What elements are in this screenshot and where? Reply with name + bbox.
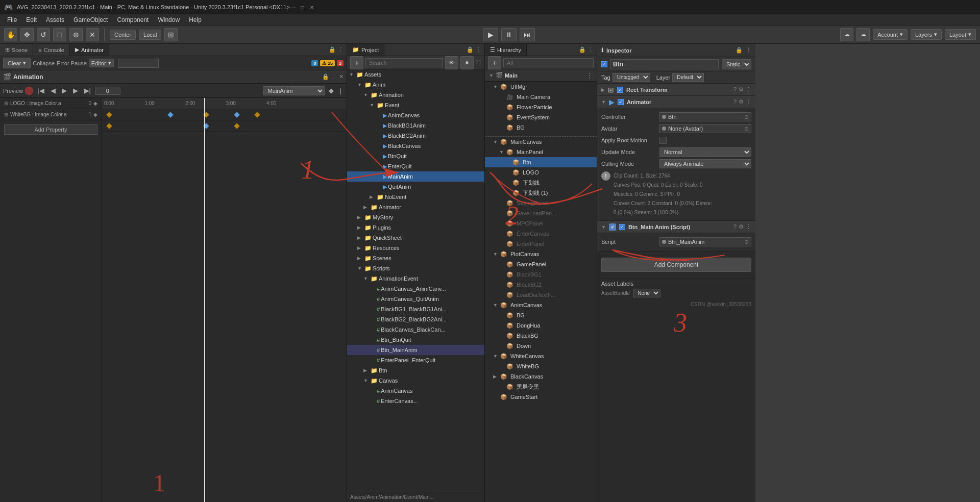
culling-mode-dropdown[interactable]: Always Animate (659, 159, 751, 168)
hier-xhx1[interactable]: 📦 下划线 (1) (485, 188, 597, 198)
step-button[interactable]: ⏭ (520, 28, 535, 41)
lock-panel-button[interactable]: 🔒 (329, 46, 336, 53)
hier-animcanvas[interactable]: ▼ 📦 AnimCanvas (485, 300, 597, 310)
maximize-button[interactable]: □ (299, 4, 306, 11)
hierarchy-search-input[interactable] (503, 58, 594, 67)
hier-saveloadpanel[interactable]: 📦 SaveLoadPan... (485, 208, 597, 218)
tree-enterpanel-script[interactable]: # EnterPanel_EnterQuit (347, 355, 484, 365)
center-toggle[interactable]: Center (110, 30, 136, 40)
menu-window[interactable]: Window (154, 15, 184, 24)
keyframe-1[interactable] (106, 112, 112, 117)
hier-btn[interactable]: 📦 Btn (485, 157, 597, 167)
tool-move[interactable]: ✥ (20, 28, 34, 41)
tree-blackcanvas-script[interactable]: # BlackCanvas_BlackCan... (347, 324, 484, 335)
add-property-button[interactable]: Add Property (4, 124, 97, 135)
next-frame-button[interactable]: ▶ (71, 86, 80, 95)
prev-keyframe-button[interactable]: |◀ (35, 86, 46, 95)
hier-blackbg2[interactable]: 📦 BlackBG2 (485, 280, 597, 290)
local-toggle[interactable]: Local (139, 30, 161, 40)
tab-project[interactable]: 📁 Project (347, 44, 384, 56)
script-settings-button[interactable]: ⚙ (739, 223, 744, 230)
menu-edit[interactable]: Edit (22, 15, 41, 24)
tree-resources-folder[interactable]: ▶ 📁 Resources (347, 243, 484, 253)
tree-enterquit-anim[interactable]: ▶ EnterQuit (347, 161, 484, 171)
hier-bg[interactable]: 📦 BG (485, 122, 597, 133)
rect-transform-header[interactable]: ▶ ⊞ ✓ Rect Transform ? ⚙ ⋮ (597, 84, 755, 96)
rect-transform-enabled[interactable]: ✓ (617, 87, 623, 93)
avatar-field[interactable]: None (Avatar) ⊙ (659, 124, 751, 133)
tree-mainanim[interactable]: ▶ MainAnim (347, 171, 484, 182)
clip-selector[interactable]: MainAnim (263, 86, 325, 95)
hier-donghua[interactable]: 📦 DongHua (485, 320, 597, 331)
tree-blackbg1-script[interactable]: # BlackBG1_BlackBG1Ani... (347, 304, 484, 314)
animation-close-button[interactable]: ✕ (339, 73, 344, 80)
tab-hierarchy[interactable]: ☰ Hierarchy (485, 44, 527, 56)
menu-component[interactable]: Component (113, 15, 153, 24)
tree-animcanvas-quit-script[interactable]: # AnimCanvas_QuitAnim (347, 294, 484, 304)
tree-mystory-folder[interactable]: ▶ 📁 MyStory (347, 212, 484, 222)
hier-mpcpanel[interactable]: 📦 MPCPanel (485, 218, 597, 229)
hier-flowerparticle[interactable]: 📦 FlowerParticle (485, 102, 597, 112)
project-eye-button[interactable]: 👁 (445, 56, 458, 69)
pause-button[interactable]: ⏸ (501, 28, 517, 41)
keyframe-2[interactable] (167, 112, 173, 117)
hier-loaddiatextf[interactable]: 📦 LoadDiaTextF... (485, 290, 597, 300)
object-name-input[interactable] (610, 59, 719, 69)
tool-scale[interactable]: □ (53, 28, 66, 41)
animator-settings-button[interactable]: ⚙ (739, 98, 744, 105)
add-event-button[interactable]: | (338, 86, 344, 95)
hier-xhx[interactable]: 📦 下划线 (485, 178, 597, 188)
hier-blackcanvas[interactable]: ▶ 📦 BlackCanvas (485, 371, 597, 382)
tab-console[interactable]: ≡ Console (33, 44, 70, 56)
layers-dropdown[interactable]: Layers ▾ (911, 29, 942, 40)
animation-menu-button[interactable]: ⋮ (331, 73, 337, 80)
keyframe-dot-1[interactable]: ◆ (93, 101, 97, 106)
hier-logo[interactable]: 📦 LOGO (485, 167, 597, 178)
asset-bundle-select[interactable]: None (633, 289, 660, 297)
animation-timeline[interactable]: 0:00 1:00 2:00 3:00 4:00 (102, 98, 347, 502)
tree-scenes-folder[interactable]: ▶ 📁 Scenes (347, 253, 484, 263)
hier-maincanvas[interactable]: ▼ 📦 MainCanvas (485, 137, 597, 147)
tool-hand[interactable]: ✋ (4, 28, 17, 41)
editor-dropdown[interactable]: Editor ▾ (89, 59, 114, 67)
animator-enabled[interactable]: ✓ (618, 99, 624, 105)
static-dropdown[interactable]: Static (722, 59, 751, 69)
animation-lock-button[interactable]: 🔒 (322, 73, 329, 80)
hier-entercanvas[interactable]: 📦 EnterCanvas (485, 229, 597, 239)
script-header[interactable]: ▼ # ✓ Btn_Main Anim (Script) ? ⚙ ⋮ (597, 221, 755, 233)
hier-blackbg1[interactable]: 📦 BlackBG1 (485, 269, 597, 280)
account-dropdown[interactable]: Account ▾ (873, 29, 908, 40)
menu-file[interactable]: File (3, 15, 21, 24)
tree-entercanvas-script[interactable]: # EnterCanvas... (347, 396, 484, 406)
keyframe-4[interactable] (234, 112, 239, 117)
keyframe-8[interactable] (234, 123, 239, 129)
prev-frame-button[interactable]: ◀ (48, 86, 58, 95)
keyframe-5[interactable] (254, 112, 260, 117)
layout-dropdown[interactable]: Layout ▾ (945, 29, 976, 40)
hier-gamepanel[interactable]: 📦 GamePanel (485, 259, 597, 269)
hierarchy-menu-button[interactable]: ⋮ (588, 46, 594, 53)
minimize-button[interactable]: — (290, 4, 297, 11)
tree-animcanvas-script[interactable]: # AnimCanvas_AnimCanv... (347, 284, 484, 294)
inspector-menu-button[interactable]: ⋮ (746, 47, 751, 54)
tool-transform[interactable]: ✕ (86, 28, 99, 41)
tree-blackbg1anim[interactable]: ▶ BlackBG1Anim (347, 120, 484, 131)
tree-btn-btnquit-script[interactable]: # Btn_BtnQuit (347, 335, 484, 345)
hier-whitebg[interactable]: 📦 WhiteBG (485, 361, 597, 371)
tree-animcanvas-anim[interactable]: ▶ AnimCanvas (347, 110, 484, 120)
animator-header[interactable]: ▼ ▶ ✓ Animator ? ⚙ ⋮ (597, 96, 755, 108)
whitebg-timeline-track[interactable] (102, 120, 347, 132)
circle-button-3[interactable]: ⊙ (744, 239, 749, 245)
script-enabled[interactable]: ✓ (619, 224, 625, 230)
hier-plotcanvas[interactable]: ▼ 📦 PlotCanvas (485, 249, 597, 259)
add-keyframe-button[interactable]: ◆ (327, 86, 336, 95)
close-button[interactable]: ✕ (308, 4, 315, 11)
tree-animation-folder[interactable]: ▼ 📁 Animation (347, 90, 484, 100)
grid-button[interactable]: ⊞ (164, 28, 178, 41)
hier-blackbg-anim[interactable]: 📦 BlackBG (485, 331, 597, 341)
tree-anim-folder[interactable]: ▼ 📁 Anim (347, 80, 484, 90)
menu-gameobject[interactable]: GameObject (69, 15, 112, 24)
keyframe-dot-2[interactable]: ◆ (93, 112, 97, 117)
rect-settings-button[interactable]: ⚙ (739, 86, 744, 93)
layer-select[interactable]: Default (672, 73, 704, 82)
